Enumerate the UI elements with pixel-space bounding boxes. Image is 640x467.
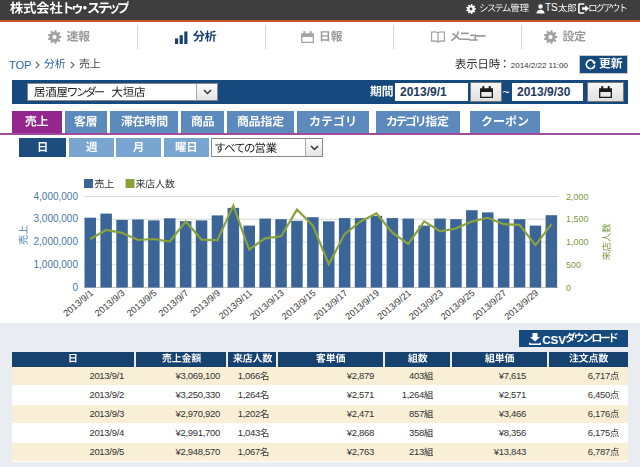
svg-text:1,000,000: 1,000,000 [34, 259, 79, 270]
svg-text:2013/9/13: 2013/9/13 [248, 288, 286, 322]
svg-text:2013/9/5: 2013/9/5 [125, 288, 159, 319]
svg-text:2013/9/17: 2013/9/17 [312, 288, 350, 322]
svg-text:2013/9/15: 2013/9/15 [280, 288, 318, 322]
svg-text:2013/9/3: 2013/9/3 [93, 288, 127, 319]
svg-text:2013/9/19: 2013/9/19 [343, 288, 381, 322]
svg-text:4,000,000: 4,000,000 [34, 191, 79, 202]
svg-text:2013/9/11: 2013/9/11 [217, 288, 254, 322]
svg-text:2013/9/27: 2013/9/27 [471, 288, 509, 322]
svg-text:500: 500 [566, 260, 581, 270]
svg-text:2013/9/25: 2013/9/25 [439, 288, 477, 322]
svg-text:0: 0 [72, 282, 78, 293]
svg-text:0: 0 [566, 283, 571, 293]
svg-text:1,500: 1,500 [566, 214, 589, 224]
svg-text:2,000,000: 2,000,000 [34, 236, 79, 247]
svg-text:2,000: 2,000 [566, 192, 589, 202]
svg-text:2013/9/7: 2013/9/7 [157, 288, 191, 319]
svg-text:1,000: 1,000 [566, 237, 589, 247]
svg-text:2013/9/29: 2013/9/29 [503, 288, 541, 322]
svg-text:2013/9/23: 2013/9/23 [407, 288, 445, 322]
svg-text:3,000,000: 3,000,000 [34, 213, 79, 224]
svg-text:2013/9/21: 2013/9/21 [375, 288, 413, 322]
svg-text:2013/9/1: 2013/9/1 [61, 288, 95, 319]
